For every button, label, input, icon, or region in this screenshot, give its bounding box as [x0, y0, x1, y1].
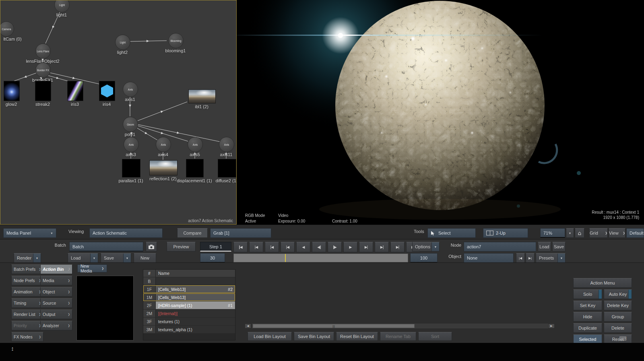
node-save-button[interactable]: Save [552, 242, 566, 252]
schematic-node-light2[interactable]: Light [115, 35, 130, 50]
schematic-node-axis5[interactable]: Axis [188, 137, 203, 152]
prev-object-button[interactable]: |◀ [516, 253, 525, 263]
left-menu-analyzer[interactable]: Analyzer❯ [40, 321, 72, 330]
schematic-thumbnail-streak2[interactable] [35, 81, 51, 101]
transport-button-1[interactable]: |◀ [249, 242, 263, 252]
viewing-mode-field[interactable]: Action Schematic [89, 228, 163, 238]
schematic-node-axis4[interactable]: Axis [156, 137, 171, 152]
zoom-level-field[interactable]: 71% [540, 228, 565, 238]
object-field[interactable]: None [464, 253, 514, 263]
transport-button-2[interactable]: [◀ [265, 242, 279, 252]
schematic-node-borderfx1[interactable]: Border FX [35, 62, 51, 78]
left-menu-priority[interactable]: Priority❯ [11, 321, 43, 330]
schematic-node-poly1[interactable]: Geom [123, 117, 138, 132]
media-row-1m[interactable]: 1M[Cells_Web13] [143, 293, 235, 301]
left-menu-media[interactable]: Media❯ [40, 276, 72, 285]
schematic-thumbnail-iris3[interactable] [67, 81, 83, 101]
left-menu-node-prefs[interactable]: Node Prefs❯ [11, 276, 43, 285]
current-frame-marker[interactable] [285, 254, 286, 262]
media-row-b[interactable]: B [143, 277, 235, 285]
schematic-thumbnail-diffuse2-1[interactable] [218, 159, 236, 177]
view-preset-field[interactable]: Default [626, 228, 644, 238]
schematic-node-blooming1[interactable]: Blooming [168, 33, 184, 48]
next-object-button[interactable]: ▶| [526, 253, 535, 263]
action-menu-delete-key[interactable]: Delete Key [604, 301, 632, 310]
keyboard-shortcuts-icon[interactable]: ⌨ [619, 336, 627, 342]
schematic-thumbnail-reflection1-2[interactable] [149, 160, 178, 175]
schematic-node-axis11[interactable]: Axis [219, 137, 234, 152]
action-menu-duplicate[interactable]: Duplicate [573, 323, 602, 333]
node-load-button[interactable]: Load [538, 242, 551, 252]
left-menu-source[interactable]: Source❯ [40, 298, 72, 308]
action-menu-auto-key[interactable]: Auto Key [604, 289, 632, 299]
collapse-panel-icon[interactable]: ▲▲ [11, 347, 14, 351]
media-row-3m[interactable]: 3Mtextures_alpha (1) [143, 326, 235, 333]
action-menu-group[interactable]: Group [604, 312, 632, 322]
transport-button-0[interactable]: ||◀ [233, 242, 248, 252]
snapshot-camera-button[interactable] [146, 242, 157, 252]
transport-button-9[interactable]: ▶] [375, 242, 389, 252]
action-menu-hide[interactable]: Hide [573, 312, 602, 322]
setup-load-dropdown[interactable]: Load▼ [68, 253, 98, 263]
left-menu-fx-nodes[interactable]: FX Nodes❯ [11, 332, 43, 342]
schematic-thumbnail-glow2[interactable] [4, 81, 20, 101]
view-menu-button[interactable]: View❯ [609, 228, 625, 238]
options-dropdown[interactable]: Options▼ [412, 242, 440, 252]
transport-button-10[interactable]: ▶| [390, 242, 405, 252]
transport-button-3[interactable]: |◀ [281, 242, 295, 252]
schematic-thumbnail-parallax1-1[interactable] [122, 159, 140, 177]
media-row-2m[interactable]: 2M[(Internal)] [143, 309, 235, 317]
action-menu-solo[interactable]: Solo [573, 289, 602, 299]
left-menu-output[interactable]: Output❯ [40, 309, 72, 319]
bin-scrollbar-thumb[interactable]: ||| [253, 324, 415, 328]
grab-button[interactable]: Grab [1] [210, 228, 271, 238]
bin-scroll-right-button[interactable]: ▶ [548, 324, 555, 328]
left-menu-batch-prefs[interactable]: Batch Prefs❯ [11, 264, 43, 274]
action-schematic-view[interactable]: Lightlight1CameraltCam (0)Lens Flarelens… [0, 0, 237, 225]
batch-name-input[interactable]: Batch [69, 242, 143, 252]
range-start-field[interactable]: 30 [200, 253, 225, 263]
home-button[interactable]: ⌂ [575, 228, 584, 238]
new-setup-button[interactable]: New [134, 253, 156, 263]
left-menu-render-list[interactable]: Render List❯ [11, 309, 43, 319]
transport-button-8[interactable]: ▶| [359, 242, 373, 252]
media-row-3f[interactable]: 3Ftextures (1) [143, 318, 235, 325]
schematic-thumbnail-iris4[interactable] [99, 81, 115, 101]
step-mode-button[interactable]: Step 1 [200, 242, 231, 252]
node-name-input[interactable]: action7 [464, 242, 536, 252]
compare-button[interactable]: Compare [177, 228, 208, 238]
action-menu-title[interactable]: Action Menu [573, 278, 632, 288]
bin-footer-reset-bin-layout[interactable]: Reset Bin Layout [336, 332, 378, 341]
schematic-node-axis1[interactable]: Axis [123, 82, 138, 97]
transport-button-6[interactable]: ||▶ [328, 242, 342, 252]
schematic-thumbnail-ibl1-2[interactable] [188, 89, 216, 103]
new-media-button[interactable]: New Media❯ [77, 264, 107, 272]
bin-footer-rename-tab[interactable]: Rename Tab [380, 332, 416, 341]
transport-button-7[interactable]: ▶ [343, 242, 357, 252]
schematic-thumbnail-displacement1-1[interactable] [186, 159, 204, 177]
action-menu-delete[interactable]: Delete [604, 323, 632, 333]
schematic-node-axis3[interactable]: Axis [124, 137, 139, 152]
setup-save-dropdown[interactable]: Save▼ [101, 253, 131, 263]
zoom-dropdown-button[interactable]: ▼ [566, 228, 574, 238]
bin-footer-sort[interactable]: Sort [418, 332, 452, 341]
bin-footer-save-bin-layout[interactable]: Save Bin Layout [294, 332, 334, 341]
schematic-node-lensflareobject2[interactable]: Lens Flare [35, 43, 51, 59]
left-menu-object[interactable]: Object❯ [40, 287, 72, 297]
left-menu-animation[interactable]: Animation❯ [11, 287, 43, 297]
left-menu-action-bin[interactable]: Action Bin❯ [40, 264, 72, 274]
column-header-id[interactable]: # [143, 270, 156, 277]
bin-scrollbar[interactable]: ||| [252, 324, 548, 328]
presets-dropdown[interactable]: Presets▼ [536, 253, 566, 263]
grid-menu-button[interactable]: Grid❯ [589, 228, 608, 238]
media-row-2f[interactable]: 2F[HDRI-sample] (1)#1 [143, 301, 235, 309]
transport-button-5[interactable]: ◀|| [312, 242, 326, 252]
bin-scroll-left-button[interactable]: ◀ [245, 324, 251, 328]
range-end-field[interactable]: 100 [410, 253, 438, 263]
preview-button[interactable]: Preview [167, 242, 196, 252]
media-row-1f[interactable]: 1F[Cells_Web13]#2 [143, 285, 235, 293]
layout-two-up-dropdown[interactable]: 2-Up [483, 228, 528, 238]
timebar-slider[interactable] [233, 254, 408, 262]
bin-footer-load-bin-layout[interactable]: Load Bin Layout [248, 332, 292, 341]
action-menu-set-key[interactable]: Set Key [573, 301, 602, 310]
